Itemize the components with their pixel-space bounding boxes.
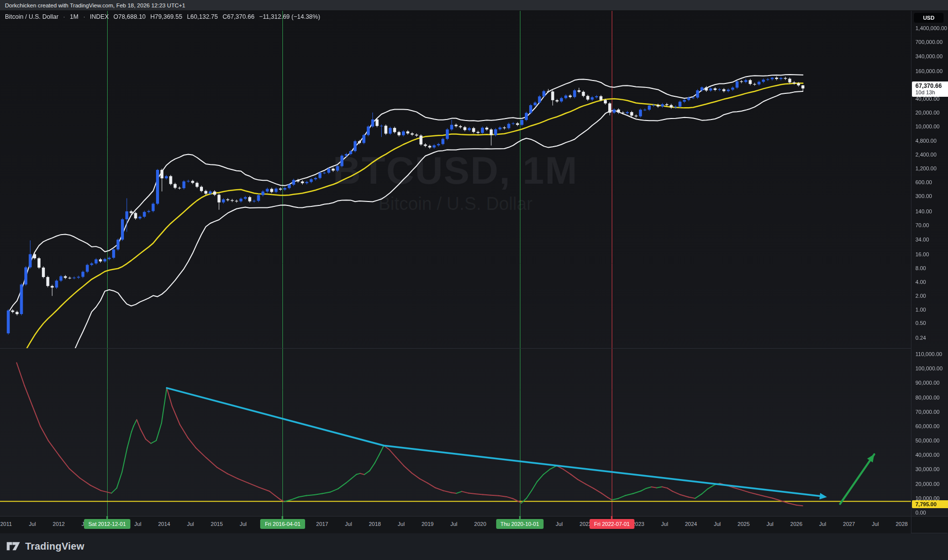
legend-close: C67,370.66 bbox=[223, 13, 255, 20]
time-axis-label: Jul bbox=[239, 521, 246, 527]
time-axis-label: Jul bbox=[29, 521, 36, 527]
bar-countdown: 10d 13h bbox=[915, 89, 948, 96]
price-axis-label: 20,000.00 bbox=[915, 109, 940, 116]
event-line-tick bbox=[519, 516, 520, 519]
time-axis-label: Jul bbox=[134, 521, 141, 527]
last-price-label: 67,370.66 10d 13h bbox=[912, 81, 948, 97]
tradingview-logo[interactable]: TradingView bbox=[6, 540, 84, 552]
price-axis-label: 8.00 bbox=[915, 265, 926, 272]
legend-high: H79,369.55 bbox=[151, 13, 183, 20]
price-axis-label: 40,000.00 bbox=[915, 451, 940, 458]
price-axis-label: 34.00 bbox=[915, 236, 929, 243]
pane-divider[interactable] bbox=[0, 348, 911, 349]
legend-low: L60,132.75 bbox=[187, 13, 218, 20]
event-date-pill: Fri 2022-07-01 bbox=[590, 519, 634, 529]
attribution-text: Dorkchicken created with TradingView.com… bbox=[5, 2, 185, 8]
price-axis-label: 0.00 bbox=[915, 509, 926, 516]
price-axis-label: 50,000.00 bbox=[915, 437, 940, 444]
currency-toggle-button[interactable]: USD bbox=[914, 13, 944, 23]
time-axis-label: Jul bbox=[450, 521, 457, 527]
baseline-price-label: 7,795.00 bbox=[912, 500, 948, 508]
price-axis-label: 4,800.00 bbox=[915, 137, 937, 144]
legend-interval: 1M bbox=[70, 13, 79, 20]
time-axis-label: 2026 bbox=[790, 521, 802, 527]
event-line-tick bbox=[106, 516, 108, 519]
time-axis-label: Jul bbox=[187, 521, 194, 527]
price-axis-label: 10,000.00 bbox=[915, 123, 940, 130]
event-date-pill: Fri 2016-04-01 bbox=[260, 519, 305, 529]
price-axis-label: 2.00 bbox=[915, 292, 926, 299]
event-line-tick bbox=[282, 516, 283, 519]
time-axis[interactable]: 2011Jul2012JulJul2014Jul2015Jul2017Jul20… bbox=[0, 516, 948, 534]
event-line-tick bbox=[611, 516, 613, 519]
legend-market: INDEX bbox=[90, 13, 109, 20]
legend-open: O78,688.10 bbox=[114, 13, 146, 20]
tradingview-chart-window: Dorkchicken created with TradingView.com… bbox=[0, 0, 948, 560]
price-axis-label: 340,000.00 bbox=[915, 53, 943, 60]
time-axis-label: Jul bbox=[661, 521, 668, 527]
price-axis-label: 30,000.00 bbox=[915, 466, 940, 473]
price-axis-label: 1.00 bbox=[915, 306, 926, 313]
time-axis-label: 2020 bbox=[474, 521, 486, 527]
price-axis-label: 0.50 bbox=[915, 320, 926, 326]
price-axis-label: 60,000.00 bbox=[915, 423, 940, 430]
attribution-bar: Dorkchicken created with TradingView.com… bbox=[0, 0, 948, 11]
price-axis-label: 1,200.00 bbox=[915, 165, 937, 172]
time-axis-label: Jul bbox=[556, 521, 563, 527]
legend-separator: · bbox=[63, 13, 65, 20]
last-price-value: 67,370.66 bbox=[915, 82, 948, 89]
time-axis-label: 2028 bbox=[896, 521, 908, 527]
event-date-pill: Thu 2020-10-01 bbox=[496, 519, 543, 529]
time-axis-label: 2027 bbox=[843, 521, 855, 527]
price-axis-label: 0.24 bbox=[915, 334, 926, 341]
time-axis-label: 2019 bbox=[422, 521, 434, 527]
tradingview-logo-icon bbox=[6, 540, 21, 552]
legend-symbol: Bitcoin / U.S. Dollar bbox=[5, 13, 58, 20]
footer-bar: TradingView bbox=[0, 533, 948, 560]
time-axis-label: Jul bbox=[345, 521, 352, 527]
time-axis-label: Jul bbox=[766, 521, 773, 527]
price-axis-label: 300.00 bbox=[915, 193, 932, 200]
time-axis-label: 2011 bbox=[0, 521, 12, 527]
time-axis-label: Jul bbox=[819, 521, 826, 527]
time-axis-label: Jul bbox=[714, 521, 721, 527]
price-axis-label: 2,400.00 bbox=[915, 151, 937, 158]
price-axis-label: 110,000.00 bbox=[915, 351, 942, 358]
symbol-legend: Bitcoin / U.S. Dollar · 1M · INDEX O78,6… bbox=[5, 13, 323, 20]
time-axis-label: 2017 bbox=[316, 521, 328, 527]
tradingview-logo-text: TradingView bbox=[25, 541, 84, 552]
price-axis-label: 700,000.00 bbox=[915, 39, 943, 45]
time-axis-label: Jul bbox=[872, 521, 879, 527]
price-axis-label: 70,000.00 bbox=[915, 408, 940, 415]
price-axis-label: 16.00 bbox=[915, 251, 929, 258]
legend-change: −11,312.69 (−14.38%) bbox=[259, 13, 320, 20]
price-axis-label: 70.00 bbox=[915, 222, 929, 229]
price-axis-label: 1,400,000.00 bbox=[915, 25, 947, 32]
time-axis-label: 2018 bbox=[369, 521, 381, 527]
time-axis-label: 2025 bbox=[738, 521, 750, 527]
price-axis-label: 20,000.00 bbox=[915, 480, 940, 487]
time-axis-label: 2014 bbox=[158, 521, 170, 527]
legend-separator2: · bbox=[83, 13, 85, 20]
price-axis-label: 140.00 bbox=[915, 208, 932, 215]
time-axis-label: Jul bbox=[398, 521, 405, 527]
price-axis-label: 100,000.00 bbox=[915, 365, 943, 372]
chart-canvas[interactable] bbox=[0, 0, 948, 560]
price-axis[interactable]: USD 1,400,000.00700,000.00340,000.00160,… bbox=[911, 11, 948, 533]
time-axis-label: 2015 bbox=[211, 521, 223, 527]
event-date-pill: Sat 2012-12-01 bbox=[84, 519, 130, 529]
price-axis-label: 600.00 bbox=[915, 179, 932, 186]
price-axis-label: 90,000.00 bbox=[915, 379, 940, 386]
price-axis-label: 4.00 bbox=[915, 279, 926, 285]
time-axis-label: 2024 bbox=[685, 521, 697, 527]
time-axis-label: 2012 bbox=[53, 521, 65, 527]
price-axis-label: 160,000.00 bbox=[915, 68, 943, 75]
price-axis-label: 80,000.00 bbox=[915, 394, 940, 401]
